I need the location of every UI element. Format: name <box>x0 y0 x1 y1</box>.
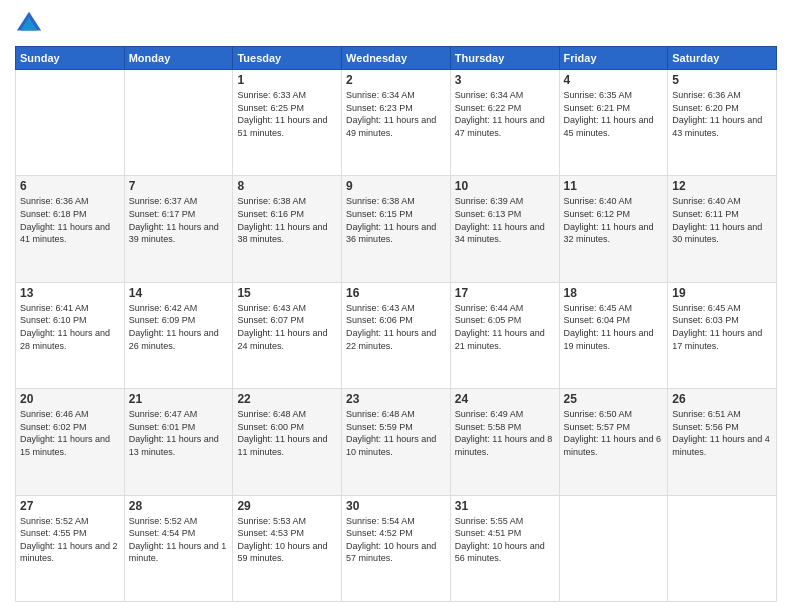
day-info: Sunrise: 6:39 AM Sunset: 6:13 PM Dayligh… <box>455 195 555 245</box>
day-cell <box>559 495 668 601</box>
day-info: Sunrise: 6:42 AM Sunset: 6:09 PM Dayligh… <box>129 302 229 352</box>
day-info: Sunrise: 5:52 AM Sunset: 4:54 PM Dayligh… <box>129 515 229 565</box>
day-number: 20 <box>20 392 120 406</box>
day-info: Sunrise: 5:53 AM Sunset: 4:53 PM Dayligh… <box>237 515 337 565</box>
day-info: Sunrise: 6:40 AM Sunset: 6:11 PM Dayligh… <box>672 195 772 245</box>
day-cell: 25Sunrise: 6:50 AM Sunset: 5:57 PM Dayli… <box>559 389 668 495</box>
week-row-1: 1Sunrise: 6:33 AM Sunset: 6:25 PM Daylig… <box>16 70 777 176</box>
day-number: 18 <box>564 286 664 300</box>
day-info: Sunrise: 5:52 AM Sunset: 4:55 PM Dayligh… <box>20 515 120 565</box>
day-number: 26 <box>672 392 772 406</box>
day-cell: 12Sunrise: 6:40 AM Sunset: 6:11 PM Dayli… <box>668 176 777 282</box>
day-info: Sunrise: 6:44 AM Sunset: 6:05 PM Dayligh… <box>455 302 555 352</box>
day-info: Sunrise: 6:48 AM Sunset: 5:59 PM Dayligh… <box>346 408 446 458</box>
day-info: Sunrise: 6:33 AM Sunset: 6:25 PM Dayligh… <box>237 89 337 139</box>
day-cell: 2Sunrise: 6:34 AM Sunset: 6:23 PM Daylig… <box>342 70 451 176</box>
day-number: 30 <box>346 499 446 513</box>
day-info: Sunrise: 6:43 AM Sunset: 6:06 PM Dayligh… <box>346 302 446 352</box>
day-number: 11 <box>564 179 664 193</box>
day-cell: 29Sunrise: 5:53 AM Sunset: 4:53 PM Dayli… <box>233 495 342 601</box>
day-info: Sunrise: 6:48 AM Sunset: 6:00 PM Dayligh… <box>237 408 337 458</box>
day-info: Sunrise: 6:45 AM Sunset: 6:03 PM Dayligh… <box>672 302 772 352</box>
day-cell: 22Sunrise: 6:48 AM Sunset: 6:00 PM Dayli… <box>233 389 342 495</box>
weekday-header-friday: Friday <box>559 47 668 70</box>
week-row-4: 20Sunrise: 6:46 AM Sunset: 6:02 PM Dayli… <box>16 389 777 495</box>
weekday-header-wednesday: Wednesday <box>342 47 451 70</box>
day-cell: 18Sunrise: 6:45 AM Sunset: 6:04 PM Dayli… <box>559 282 668 388</box>
day-number: 4 <box>564 73 664 87</box>
day-cell: 10Sunrise: 6:39 AM Sunset: 6:13 PM Dayli… <box>450 176 559 282</box>
day-cell: 11Sunrise: 6:40 AM Sunset: 6:12 PM Dayli… <box>559 176 668 282</box>
day-cell: 27Sunrise: 5:52 AM Sunset: 4:55 PM Dayli… <box>16 495 125 601</box>
day-cell: 1Sunrise: 6:33 AM Sunset: 6:25 PM Daylig… <box>233 70 342 176</box>
day-info: Sunrise: 6:37 AM Sunset: 6:17 PM Dayligh… <box>129 195 229 245</box>
day-cell: 23Sunrise: 6:48 AM Sunset: 5:59 PM Dayli… <box>342 389 451 495</box>
day-info: Sunrise: 6:34 AM Sunset: 6:23 PM Dayligh… <box>346 89 446 139</box>
weekday-header-sunday: Sunday <box>16 47 125 70</box>
day-number: 23 <box>346 392 446 406</box>
day-number: 31 <box>455 499 555 513</box>
day-cell: 4Sunrise: 6:35 AM Sunset: 6:21 PM Daylig… <box>559 70 668 176</box>
day-number: 16 <box>346 286 446 300</box>
day-cell: 9Sunrise: 6:38 AM Sunset: 6:15 PM Daylig… <box>342 176 451 282</box>
week-row-2: 6Sunrise: 6:36 AM Sunset: 6:18 PM Daylig… <box>16 176 777 282</box>
day-cell <box>16 70 125 176</box>
day-info: Sunrise: 6:34 AM Sunset: 6:22 PM Dayligh… <box>455 89 555 139</box>
day-cell <box>668 495 777 601</box>
day-info: Sunrise: 6:46 AM Sunset: 6:02 PM Dayligh… <box>20 408 120 458</box>
day-number: 13 <box>20 286 120 300</box>
day-info: Sunrise: 6:50 AM Sunset: 5:57 PM Dayligh… <box>564 408 664 458</box>
week-row-3: 13Sunrise: 6:41 AM Sunset: 6:10 PM Dayli… <box>16 282 777 388</box>
day-number: 21 <box>129 392 229 406</box>
header <box>15 10 777 38</box>
day-number: 7 <box>129 179 229 193</box>
day-number: 10 <box>455 179 555 193</box>
day-cell: 17Sunrise: 6:44 AM Sunset: 6:05 PM Dayli… <box>450 282 559 388</box>
day-number: 15 <box>237 286 337 300</box>
day-number: 19 <box>672 286 772 300</box>
weekday-header-monday: Monday <box>124 47 233 70</box>
day-info: Sunrise: 6:49 AM Sunset: 5:58 PM Dayligh… <box>455 408 555 458</box>
day-number: 27 <box>20 499 120 513</box>
day-cell: 7Sunrise: 6:37 AM Sunset: 6:17 PM Daylig… <box>124 176 233 282</box>
day-cell: 28Sunrise: 5:52 AM Sunset: 4:54 PM Dayli… <box>124 495 233 601</box>
day-number: 12 <box>672 179 772 193</box>
day-info: Sunrise: 5:54 AM Sunset: 4:52 PM Dayligh… <box>346 515 446 565</box>
day-cell: 30Sunrise: 5:54 AM Sunset: 4:52 PM Dayli… <box>342 495 451 601</box>
day-cell: 20Sunrise: 6:46 AM Sunset: 6:02 PM Dayli… <box>16 389 125 495</box>
day-number: 29 <box>237 499 337 513</box>
day-cell: 31Sunrise: 5:55 AM Sunset: 4:51 PM Dayli… <box>450 495 559 601</box>
day-cell: 14Sunrise: 6:42 AM Sunset: 6:09 PM Dayli… <box>124 282 233 388</box>
weekday-header-saturday: Saturday <box>668 47 777 70</box>
day-cell: 13Sunrise: 6:41 AM Sunset: 6:10 PM Dayli… <box>16 282 125 388</box>
day-info: Sunrise: 6:35 AM Sunset: 6:21 PM Dayligh… <box>564 89 664 139</box>
logo <box>15 10 47 38</box>
day-cell: 21Sunrise: 6:47 AM Sunset: 6:01 PM Dayli… <box>124 389 233 495</box>
day-number: 2 <box>346 73 446 87</box>
day-number: 6 <box>20 179 120 193</box>
day-cell: 24Sunrise: 6:49 AM Sunset: 5:58 PM Dayli… <box>450 389 559 495</box>
day-cell: 3Sunrise: 6:34 AM Sunset: 6:22 PM Daylig… <box>450 70 559 176</box>
logo-icon <box>15 10 43 38</box>
day-info: Sunrise: 5:55 AM Sunset: 4:51 PM Dayligh… <box>455 515 555 565</box>
day-number: 22 <box>237 392 337 406</box>
day-info: Sunrise: 6:36 AM Sunset: 6:18 PM Dayligh… <box>20 195 120 245</box>
day-cell: 5Sunrise: 6:36 AM Sunset: 6:20 PM Daylig… <box>668 70 777 176</box>
day-cell <box>124 70 233 176</box>
day-number: 17 <box>455 286 555 300</box>
weekday-header-row: SundayMondayTuesdayWednesdayThursdayFrid… <box>16 47 777 70</box>
day-number: 3 <box>455 73 555 87</box>
day-number: 28 <box>129 499 229 513</box>
week-row-5: 27Sunrise: 5:52 AM Sunset: 4:55 PM Dayli… <box>16 495 777 601</box>
day-cell: 15Sunrise: 6:43 AM Sunset: 6:07 PM Dayli… <box>233 282 342 388</box>
day-info: Sunrise: 6:43 AM Sunset: 6:07 PM Dayligh… <box>237 302 337 352</box>
day-cell: 16Sunrise: 6:43 AM Sunset: 6:06 PM Dayli… <box>342 282 451 388</box>
day-number: 25 <box>564 392 664 406</box>
day-cell: 19Sunrise: 6:45 AM Sunset: 6:03 PM Dayli… <box>668 282 777 388</box>
day-number: 9 <box>346 179 446 193</box>
day-number: 1 <box>237 73 337 87</box>
day-cell: 6Sunrise: 6:36 AM Sunset: 6:18 PM Daylig… <box>16 176 125 282</box>
calendar-table: SundayMondayTuesdayWednesdayThursdayFrid… <box>15 46 777 602</box>
day-cell: 26Sunrise: 6:51 AM Sunset: 5:56 PM Dayli… <box>668 389 777 495</box>
day-number: 14 <box>129 286 229 300</box>
